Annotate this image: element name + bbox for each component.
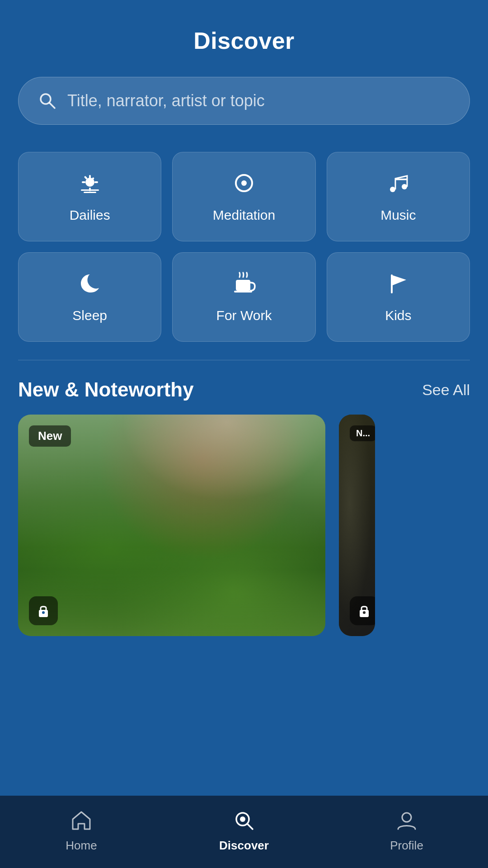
svg-point-12 (241, 180, 247, 186)
kids-icon (385, 271, 411, 300)
nav-discover[interactable]: Discover (163, 805, 325, 853)
nav-home[interactable]: Home (0, 805, 163, 853)
sleep-icon (77, 271, 103, 300)
search-input-placeholder: Title, narrator, artist or topic (67, 91, 265, 110)
plant-visual (18, 415, 325, 636)
svg-point-25 (240, 816, 245, 822)
search-bar[interactable]: Title, narrator, artist or topic (18, 77, 470, 125)
search-icon (37, 90, 58, 112)
page-title: Discover (18, 27, 470, 54)
meditation-label: Meditation (213, 208, 275, 223)
kids-label: Kids (385, 308, 411, 323)
dailies-label: Dailies (70, 208, 110, 223)
svg-rect-4 (89, 175, 91, 179)
category-for-work[interactable]: For Work (172, 252, 315, 342)
music-label: Music (380, 208, 416, 223)
for-work-icon (231, 271, 257, 300)
svg-rect-5 (94, 181, 98, 183)
category-grid: Dailies Meditation Music (0, 143, 488, 342)
svg-rect-17 (234, 291, 252, 292)
nav-profile[interactable]: Profile (325, 805, 488, 853)
svg-line-1 (50, 103, 55, 108)
category-dailies[interactable]: Dailies (18, 152, 161, 241)
svg-rect-9 (81, 189, 99, 191)
new-badge-2: N... (350, 425, 375, 441)
svg-rect-16 (236, 280, 250, 291)
svg-rect-18 (391, 274, 393, 293)
for-work-label: For Work (216, 308, 272, 323)
sleep-label: Sleep (72, 308, 107, 323)
category-music[interactable]: Music (327, 152, 470, 241)
category-meditation[interactable]: Meditation (172, 152, 315, 241)
dailies-icon (77, 170, 103, 199)
nav-home-label: Home (66, 839, 97, 853)
meditation-icon (231, 170, 257, 199)
svg-point-26 (402, 813, 411, 822)
nav-profile-label: Profile (390, 839, 423, 853)
svg-point-14 (402, 184, 407, 189)
category-sleep[interactable]: Sleep (18, 252, 161, 342)
section-title: New & Noteworthy (18, 378, 194, 401)
svg-rect-15 (395, 179, 407, 180)
svg-point-22 (363, 611, 366, 614)
svg-rect-10 (84, 192, 96, 193)
cards-row: New N... (0, 415, 488, 636)
content-card-1[interactable]: New (18, 415, 325, 636)
discover-icon (233, 809, 255, 835)
home-icon (70, 809, 93, 835)
new-badge: New (29, 425, 71, 447)
profile-icon (395, 809, 418, 835)
section-header: New & Noteworthy See All (0, 360, 488, 415)
lock-icon-2 (350, 596, 375, 625)
svg-line-24 (247, 824, 253, 829)
svg-point-20 (42, 611, 45, 614)
svg-point-13 (390, 187, 395, 192)
category-kids[interactable]: Kids (327, 252, 470, 342)
lock-icon (29, 596, 58, 625)
nav-discover-label: Discover (219, 839, 269, 853)
bottom-nav: Home Discover Profile (0, 796, 488, 868)
music-icon (385, 170, 411, 199)
see-all-button[interactable]: See All (422, 381, 470, 399)
search-container: Title, narrator, artist or topic (0, 68, 488, 143)
header: Discover (0, 0, 488, 68)
content-card-2-partial[interactable]: N... (339, 415, 375, 636)
svg-rect-6 (82, 181, 85, 183)
